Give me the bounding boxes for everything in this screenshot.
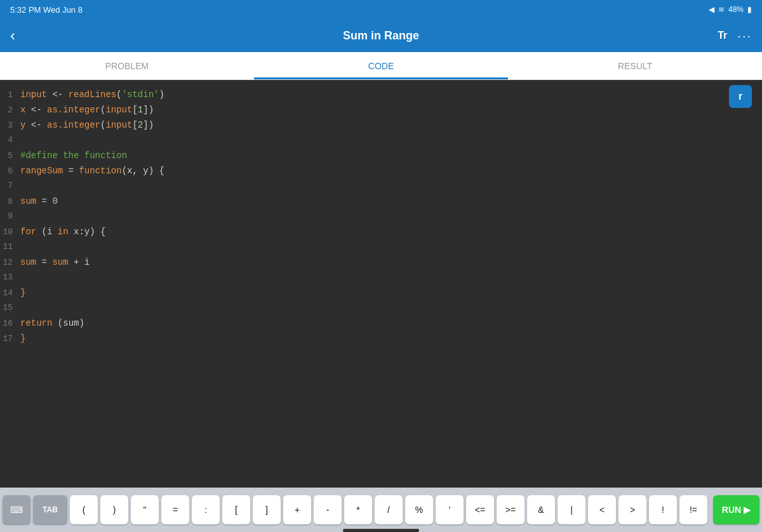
code-line: 7 [0, 179, 762, 194]
line-number: 7 [0, 179, 20, 193]
code-line: 12sum = sum + i [0, 255, 762, 270]
code-line: 10for (i in x:y) { [0, 225, 762, 240]
battery-icon: ▮ [747, 5, 752, 14]
status-icons: ◀ ≋ 48% ▮ [709, 5, 752, 14]
line-content: return (sum) [20, 316, 84, 331]
avatar: r [729, 85, 752, 108]
plus-button[interactable]: + [283, 495, 311, 524]
equals-button[interactable]: = [161, 495, 189, 524]
quote-button[interactable]: " [131, 495, 159, 524]
line-content: rangeSum = function(x, y) { [20, 164, 164, 179]
line-number: 5 [0, 149, 20, 163]
code-line: 6rangeSum = function(x, y) { [0, 164, 762, 179]
ampersand-button[interactable]: & [527, 495, 555, 524]
pipe-button[interactable]: | [558, 495, 585, 524]
line-number: 2 [0, 103, 20, 117]
exclaim-button[interactable]: ! [649, 495, 677, 524]
back-button[interactable]: ‹ [10, 27, 15, 44]
code-line: 11 [0, 240, 762, 255]
line-number: 8 [0, 195, 20, 209]
apostrophe-button[interactable]: ' [436, 495, 464, 524]
line-number: 9 [0, 209, 20, 223]
keyboard-toolbar: ⌨TAB()"=:[]+-*/%'<=>=&|<>!!=RUN ▶ [0, 488, 762, 532]
code-line: 5#define the function [0, 149, 762, 164]
status-bar: 5:32 PM Wed Jun 8 ◀ ≋ 48% ▮ [0, 0, 762, 19]
status-time: 5:32 PM Wed Jun 8 [10, 5, 83, 15]
code-line: 1input <- readLines('stdin') [0, 88, 762, 103]
header-title: Sum in Range [343, 29, 419, 43]
tab-bar: PROBLEM CODE RESULT [0, 52, 762, 80]
battery-text: 48% [728, 5, 744, 14]
gte-button[interactable]: >= [497, 495, 525, 524]
code-line: 2x <- as.integer(input[1]) [0, 103, 762, 118]
gt-button[interactable]: > [618, 495, 646, 524]
line-content: input <- readLines('stdin') [20, 88, 164, 103]
wifi-icon: ≋ [718, 5, 725, 14]
line-content: sum = sum + i [20, 255, 90, 270]
code-line: 13 [0, 270, 762, 286]
tab-problem[interactable]: PROBLEM [0, 52, 254, 79]
tr-button[interactable]: Tr [718, 30, 727, 41]
line-content: for (i in x:y) { [20, 225, 105, 240]
line-content: } [20, 331, 25, 347]
header-right: Tr ··· [718, 29, 752, 43]
line-number: 17 [0, 332, 20, 346]
percent-button[interactable]: % [405, 495, 433, 524]
line-content: y <- as.integer(input[2]) [20, 118, 154, 133]
line-number: 1 [0, 88, 20, 102]
more-button[interactable]: ··· [737, 29, 752, 43]
line-number: 13 [0, 270, 20, 284]
line-number: 16 [0, 317, 20, 331]
home-indicator [343, 529, 419, 532]
line-content: #define the function [20, 149, 127, 164]
tab-result[interactable]: RESULT [508, 52, 762, 79]
kb-icon-button[interactable]: ⌨ [3, 495, 30, 524]
line-content: } [20, 286, 25, 301]
lte-button[interactable]: <= [466, 495, 494, 524]
line-number: 10 [0, 225, 20, 239]
line-number: 11 [0, 240, 20, 254]
code-line: 9 [0, 209, 762, 225]
tab-button[interactable]: TAB [33, 495, 67, 524]
line-number: 12 [0, 256, 20, 270]
line-content: sum = 0 [20, 194, 58, 209]
code-line: 16return (sum) [0, 316, 762, 331]
header-left: ‹ [10, 27, 15, 44]
slash-button[interactable]: / [375, 495, 403, 524]
colon-button[interactable]: : [192, 495, 220, 524]
code-line: 8sum = 0 [0, 194, 762, 209]
tab-code[interactable]: CODE [254, 52, 508, 79]
line-content: x <- as.integer(input[1]) [20, 103, 154, 118]
close-paren-button[interactable]: ) [100, 495, 128, 524]
open-bracket-button[interactable]: [ [222, 495, 250, 524]
open-paren-button[interactable]: ( [70, 495, 98, 524]
code-editor[interactable]: 1input <- readLines('stdin')2x <- as.int… [0, 80, 762, 488]
line-number: 14 [0, 286, 20, 300]
code-line: 15 [0, 301, 762, 316]
line-number: 15 [0, 301, 20, 315]
code-line: 4 [0, 133, 762, 149]
code-line: 3y <- as.integer(input[2]) [0, 118, 762, 133]
neq-button[interactable]: != [679, 495, 707, 524]
signal-icon: ◀ [709, 5, 714, 14]
close-bracket-button[interactable]: ] [253, 495, 281, 524]
code-line: 14} [0, 286, 762, 301]
lt-button[interactable]: < [588, 495, 616, 524]
code-line: 17} [0, 331, 762, 347]
run-button[interactable]: RUN ▶ [713, 495, 759, 524]
asterisk-button[interactable]: * [344, 495, 372, 524]
line-number: 6 [0, 164, 20, 178]
header: ‹ Sum in Range Tr ··· [0, 19, 762, 52]
line-number: 3 [0, 119, 20, 133]
minus-button[interactable]: - [314, 495, 342, 524]
line-number: 4 [0, 133, 20, 147]
